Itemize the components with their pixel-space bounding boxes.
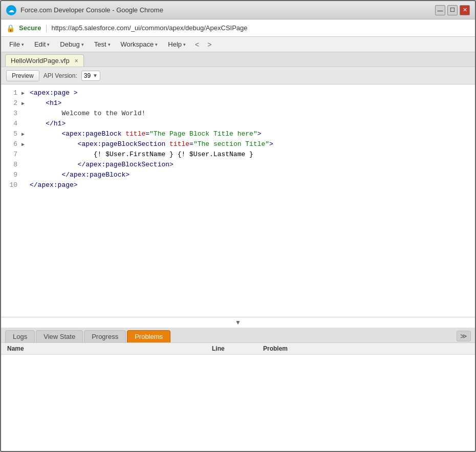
close-button[interactable]: ✕: [460, 5, 470, 15]
maximize-button[interactable]: ☐: [447, 5, 458, 15]
code-line-3: 3 Welcome to the World!: [1, 109, 475, 119]
debug-menu-arrow: ▾: [81, 42, 84, 47]
code-line-10: 10 </apex:page>: [1, 181, 475, 191]
line-number-4: 4: [1, 120, 21, 127]
tab-view-state[interactable]: View State: [36, 330, 83, 342]
tab-logs[interactable]: Logs: [5, 330, 35, 342]
line-number-5: 5: [1, 130, 21, 138]
scroll-down-icon: ▼: [235, 319, 241, 326]
tab-close-icon[interactable]: ×: [75, 57, 78, 64]
test-menu-arrow: ▾: [108, 42, 111, 47]
line-arrow-2[interactable]: ▶: [21, 99, 29, 106]
editor-toolbar: Preview API Version: 39 ▼: [1, 67, 475, 84]
code-line-5: 5 ▶ <apex:pageBlock title="The Page Bloc…: [1, 130, 475, 140]
code-line-9: 9 </apex:pageBlock>: [1, 170, 475, 181]
preview-button[interactable]: Preview: [6, 70, 39, 81]
line-number-1: 1: [1, 89, 21, 97]
line-content-8: </apex:pageBlockSection>: [29, 161, 475, 168]
code-editor[interactable]: 1 ▶ <apex:page > 2 ▶ <h1> 3 Welcome to t…: [1, 84, 475, 317]
code-line-6: 6 ▶ <apex:pageBlockSection title="The se…: [1, 140, 475, 150]
line-arrow-7: [21, 150, 29, 152]
line-number-3: 3: [1, 110, 21, 117]
menu-file[interactable]: File ▾: [5, 39, 28, 50]
col-header-line: Line: [212, 345, 263, 352]
menu-edit[interactable]: Edit ▾: [30, 39, 54, 50]
url-display[interactable]: https://ap5.salesforce.com/_ui/common/ap…: [52, 24, 248, 32]
line-number-7: 7: [1, 150, 21, 158]
api-version-select[interactable]: 39 ▼: [81, 71, 100, 81]
address-bar: 🔒 Secure | https://ap5.salesforce.com/_u…: [1, 19, 475, 37]
lock-icon: 🔒: [6, 24, 15, 32]
code-line-4: 4 </h1>: [1, 119, 475, 130]
line-arrow-10: [21, 181, 29, 182]
nav-back-button[interactable]: <: [192, 39, 202, 50]
tab-progress[interactable]: Progress: [84, 330, 126, 342]
file-menu-arrow: ▾: [21, 42, 24, 47]
line-content-2: <h1>: [29, 99, 475, 107]
tab-problems[interactable]: Problems: [127, 330, 170, 342]
line-arrow-3: [21, 110, 29, 111]
code-line-7: 7 {! $User.FirstName } {! $User.LastName…: [1, 150, 475, 160]
line-number-2: 2: [1, 99, 21, 107]
problems-panel-body: [1, 355, 475, 363]
menu-workspace[interactable]: Workspace ▾: [117, 39, 162, 50]
separator: |: [45, 24, 47, 33]
api-version-dropdown-icon: ▼: [93, 73, 98, 78]
editor-tab-bar: HelloWorldPage.vfp ×: [1, 52, 475, 67]
line-content-5: <apex:pageBlock title="The Page Block Ti…: [29, 130, 475, 138]
line-content-9: </apex:pageBlock>: [29, 171, 475, 179]
line-arrow-5[interactable]: ▶: [21, 130, 29, 137]
bottom-panel: Logs View State Progress Problems ≫ Name…: [1, 328, 475, 451]
tab-filename: HelloWorldPage.vfp: [11, 57, 70, 64]
col-header-problem: Problem: [263, 345, 469, 352]
line-number-9: 9: [1, 171, 21, 179]
line-number-8: 8: [1, 161, 21, 168]
line-arrow-6[interactable]: ▶: [21, 140, 29, 147]
line-content-3: Welcome to the World!: [29, 110, 475, 117]
line-content-10: </apex:page>: [29, 181, 475, 189]
panel-header: Name Line Problem: [1, 343, 475, 355]
col-header-name: Name: [7, 345, 212, 352]
window-controls: — ☐ ✕: [435, 5, 470, 15]
collapse-button[interactable]: ≫: [457, 331, 471, 341]
bottom-tab-bar: Logs View State Progress Problems ≫: [1, 328, 475, 343]
scroll-indicator: ▼: [1, 317, 475, 328]
menu-debug[interactable]: Debug ▾: [56, 39, 88, 50]
secure-label: Secure: [19, 24, 41, 32]
edit-menu-arrow: ▾: [47, 42, 50, 47]
main-window: Force.com Developer Console - Google Chr…: [0, 0, 476, 452]
line-content-6: <apex:pageBlockSection title="The sectio…: [29, 140, 475, 148]
line-arrow-1[interactable]: ▶: [21, 89, 29, 96]
nav-forward-button[interactable]: >: [204, 39, 214, 50]
minimize-button[interactable]: —: [435, 5, 445, 15]
line-arrow-9: [21, 171, 29, 172]
code-line-1: 1 ▶ <apex:page >: [1, 89, 475, 99]
workspace-menu-arrow: ▾: [155, 42, 158, 47]
line-content-1: <apex:page >: [29, 89, 475, 97]
window-title: Force.com Developer Console - Google Chr…: [20, 6, 163, 14]
menu-test[interactable]: Test ▾: [90, 39, 115, 50]
title-bar-left: Force.com Developer Console - Google Chr…: [6, 5, 163, 15]
line-arrow-8: [21, 161, 29, 162]
problems-panel-content: Name Line Problem: [1, 343, 475, 451]
title-bar: Force.com Developer Console - Google Chr…: [1, 1, 475, 19]
line-number-6: 6: [1, 140, 21, 148]
line-arrow-4: [21, 120, 29, 121]
api-version-value: 39: [84, 72, 91, 79]
salesforce-cloud-icon: [6, 5, 16, 15]
code-line-2: 2 ▶ <h1>: [1, 99, 475, 109]
line-content-4: </h1>: [29, 120, 475, 127]
editor-tab-helloworldpage[interactable]: HelloWorldPage.vfp ×: [5, 54, 84, 67]
api-version-label: API Version:: [44, 72, 77, 79]
menu-bar: File ▾ Edit ▾ Debug ▾ Test ▾ Workspace ▾…: [1, 37, 475, 52]
line-content-7: {! $User.FirstName } {! $User.LastName }: [29, 150, 475, 158]
code-line-8: 8 </apex:pageBlockSection>: [1, 160, 475, 170]
menu-help[interactable]: Help ▾: [164, 39, 190, 50]
line-number-10: 10: [1, 181, 21, 189]
help-menu-arrow: ▾: [183, 42, 186, 47]
